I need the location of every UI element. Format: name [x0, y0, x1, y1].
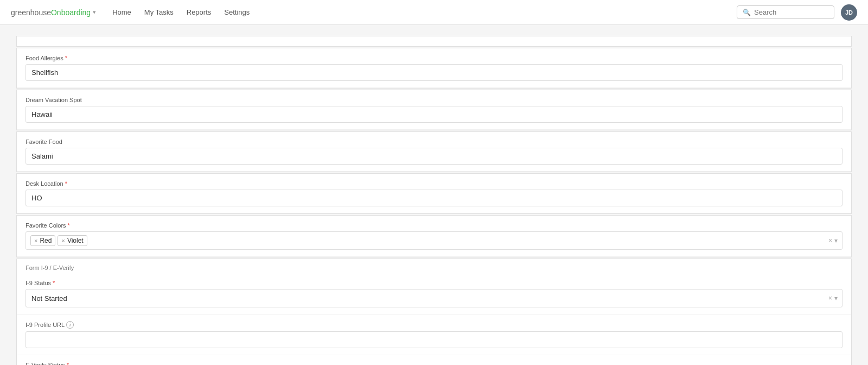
e-verify-status-label: E-Verify Status *: [25, 362, 843, 365]
i9-status-dropdown-icon[interactable]: ▾: [834, 294, 838, 302]
tag-violet-label: Violet: [67, 237, 84, 244]
my-tasks-link[interactable]: My Tasks: [144, 8, 174, 16]
top-section-wrapper: [16, 36, 852, 47]
required-star-i9: *: [53, 280, 55, 286]
desk-location-field-group: Desk Location *: [17, 174, 851, 213]
brand-onboarding-text: Onboarding: [51, 8, 91, 17]
food-allergies-input[interactable]: [25, 64, 843, 81]
favorite-colors-tags-container[interactable]: × Red × Violet × ▾: [25, 231, 843, 250]
food-allergies-field-group: Food Allergies *: [17, 48, 851, 88]
dream-vacation-label: Dream Vacation Spot: [25, 97, 843, 103]
chevron-down-icon: ▾: [93, 9, 96, 16]
food-allergies-label: Food Allergies *: [25, 55, 843, 61]
dream-vacation-section: Dream Vacation Spot: [16, 90, 852, 130]
i9-profile-url-field-group: I-9 Profile URL i: [17, 314, 851, 355]
desk-location-label: Desk Location *: [25, 180, 843, 187]
clear-i9-status-button[interactable]: ×: [828, 294, 832, 302]
home-link[interactable]: Home: [112, 8, 131, 16]
required-star-desk: *: [65, 180, 67, 187]
nav-links: Home My Tasks Reports Settings: [112, 8, 737, 16]
favorite-colors-field-group: Favorite Colors * × Red × Violet × ▾: [17, 216, 851, 257]
i9-status-label: I-9 Status *: [25, 280, 843, 286]
dropdown-arrow-icon[interactable]: ▾: [834, 237, 838, 244]
dream-vacation-input[interactable]: [25, 106, 843, 123]
desk-location-section: Desk Location *: [16, 173, 852, 214]
food-allergies-section: Food Allergies *: [16, 48, 852, 89]
search-input[interactable]: [754, 8, 828, 16]
favorite-colors-label: Favorite Colors *: [25, 222, 843, 229]
form-i9-section: Form I-9 / E-Verify I-9 Status * Not Sta…: [16, 259, 852, 365]
i9-status-controls: × ▾: [828, 294, 838, 302]
i9-status-field-group: I-9 Status * Not Started × ▾: [17, 273, 851, 314]
main-content: Food Allergies * Dream Vacation Spot Fav…: [0, 25, 868, 365]
tag-red-label: Red: [40, 237, 52, 244]
favorite-colors-section: Favorite Colors * × Red × Violet × ▾: [16, 215, 852, 257]
search-icon: 🔍: [743, 9, 751, 16]
i9-profile-url-info-icon[interactable]: i: [66, 321, 74, 329]
navbar: greenhouse Onboarding ▾ Home My Tasks Re…: [0, 0, 868, 25]
favorite-food-input[interactable]: [25, 148, 843, 165]
i9-profile-url-input[interactable]: [25, 331, 843, 348]
i9-status-value: Not Started: [30, 291, 828, 306]
e-verify-status-field-group: E-Verify Status * Pending I-9 × ▾: [17, 355, 851, 365]
remove-violet-tag-button[interactable]: ×: [61, 237, 65, 244]
settings-link[interactable]: Settings: [224, 8, 250, 16]
navbar-right: 🔍 JD: [737, 4, 857, 21]
form-i9-section-header: Form I-9 / E-Verify: [17, 259, 851, 273]
remove-red-tag-button[interactable]: ×: [34, 237, 37, 244]
brand-logo[interactable]: greenhouse Onboarding ▾: [11, 8, 96, 17]
search-box[interactable]: 🔍: [737, 5, 834, 19]
avatar[interactable]: JD: [841, 4, 857, 21]
reports-link[interactable]: Reports: [187, 8, 212, 16]
tags-controls: × ▾: [828, 237, 838, 244]
i9-status-select[interactable]: Not Started × ▾: [25, 289, 843, 307]
clear-tags-button[interactable]: ×: [828, 237, 832, 244]
dream-vacation-field-group: Dream Vacation Spot: [17, 90, 851, 130]
favorite-food-section: Favorite Food: [16, 131, 852, 172]
required-star-colors: *: [68, 222, 70, 229]
i9-profile-url-label: I-9 Profile URL i: [25, 321, 843, 329]
required-star-everify: *: [67, 362, 69, 365]
favorite-food-label: Favorite Food: [25, 139, 843, 145]
favorite-food-field-group: Favorite Food: [17, 132, 851, 172]
tag-violet[interactable]: × Violet: [58, 235, 87, 246]
required-star: *: [65, 55, 67, 61]
brand-greenhouse-text: greenhouse: [11, 8, 51, 17]
desk-location-input[interactable]: [25, 190, 843, 206]
tag-red[interactable]: × Red: [30, 235, 55, 246]
